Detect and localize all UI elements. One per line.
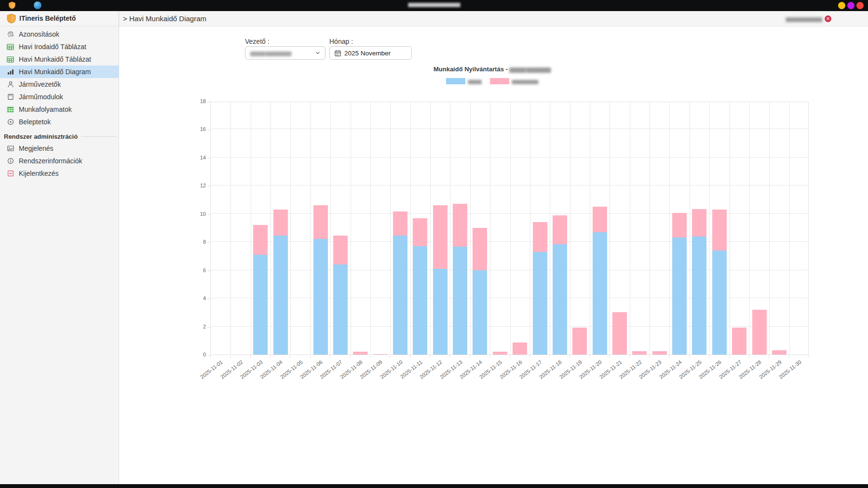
gridline [251,102,251,355]
x-axis-tick [230,356,231,358]
legend-item-series-1[interactable]: ▆▆▆▆ [446,78,481,84]
sidebar: Azonosítások Havi Irodaidő Táblázat Havi… [0,26,119,484]
x-axis-tick [570,356,570,358]
sidebar-item-label: Havi Munkaidő Diagram [19,68,91,76]
chart-title-text: Munkaidő Nyilvántartás - [434,66,508,73]
window-dot-yellow[interactable] [838,2,845,9]
sidebar-section-admin: Rendszer adminisztráció [4,133,119,140]
gridline [709,102,710,355]
gridline [390,102,391,355]
legend-item-series-2[interactable]: ▆▆▆▆▆▆▆▆ [490,78,538,84]
address-url-redacted: ▆▆▆▆▆▆▆▆▆▆▆▆▆▆▆▆ [0,1,868,7]
y-axis-tick [207,186,210,186]
gridline [450,102,450,355]
gridline [470,102,471,355]
window-dot-red[interactable] [856,2,864,9]
month-picker[interactable]: 2025 November [329,46,412,60]
fingerprint-icon [6,30,14,39]
bar-2025-11-20-series-2 [593,207,607,232]
gridline [749,102,750,355]
gridline [550,102,550,355]
bar-2025-11-04-series-2 [273,210,288,236]
month-field-label: Hónap : [329,38,353,45]
sidebar-item-kijelentkezes[interactable]: Kijelentkezés [0,167,119,180]
bar-2025-11-24-series-2 [672,213,687,237]
legend-swatch [490,78,509,84]
y-axis-tick [207,214,210,215]
manager-select-value-redacted: ▆▆▆▆ ▆▆▆▆▆▆▆ [250,51,291,56]
gridline [311,102,311,355]
bar-2025-11-12-series-2 [433,205,448,269]
sidebar-section-label: Rendszer adminisztráció [4,133,78,140]
bar-2025-11-04-series-1 [273,236,288,355]
y-axis-tick-label: 10 [177,211,206,217]
x-axis-tick [669,356,669,358]
calendar-icon [334,50,341,57]
bar-2025-11-26-series-2 [712,210,727,251]
y-axis-tick [207,299,210,299]
x-axis-tick [789,356,789,358]
sidebar-item-havi-irodaido-tablazat[interactable]: Havi Irodaidő Táblázat [0,40,119,53]
close-session-icon[interactable]: ✕ [825,15,831,22]
info-icon [6,157,14,165]
y-axis-tick-label: 2 [177,324,206,330]
bar-2025-11-24-series-1 [672,237,687,355]
table-filled-icon [6,106,14,114]
sidebar-item-rendszerinformaciok[interactable]: Rendszerinformációk [0,155,119,167]
x-axis-tick [769,356,769,358]
gridline [510,102,511,355]
x-axis-tick [449,356,450,358]
sidebar-item-munkafolyamatok[interactable]: Munkafolyamatok [0,103,119,116]
month-picker-value: 2025 November [344,50,391,57]
sidebar-item-label: Járműmodulok [19,93,63,101]
bar-2025-11-29-series-2 [772,350,787,355]
sidebar-item-havi-munkaido-diagram[interactable]: Havi Munkaidő Diagram [0,66,119,78]
manager-select[interactable]: ▆▆▆▆ ▆▆▆▆▆▆▆ [245,46,326,60]
sidebar-item-label: Kijelentkezés [19,170,59,177]
gridline [690,102,690,355]
sidebar-nav-admin: Megjelenés Rendszerinformációk Kijelentk… [0,142,119,180]
sidebar-item-label: Azonosítások [19,30,59,38]
x-axis-tick [689,356,690,358]
chevron-down-icon [315,50,321,56]
window-dot-magenta[interactable] [847,2,854,9]
gridline [231,102,231,355]
gridline [351,102,351,355]
y-axis-tick-label: 6 [177,267,206,273]
bar-2025-11-17-series-2 [533,222,547,251]
person-icon [6,80,14,89]
username-redacted: ▆▆▆▆▆▆▆▆▆▆ [786,16,822,22]
gridline [290,102,291,355]
y-axis-tick-label: 8 [177,239,206,245]
y-axis-tick-label: 16 [177,126,206,132]
x-axis-tick [589,356,590,358]
gridline [211,185,808,185]
x-axis-tick [370,356,370,358]
x-axis-tick [749,356,749,358]
sidebar-item-azonositasok[interactable]: Azonosítások [0,28,119,40]
app-header: ITineris Beléptető > Havi Munkaidő Diagr… [0,11,868,26]
bar-2025-11-09-series-2 [373,354,388,355]
gridline [530,102,530,355]
gridline [330,102,331,355]
app-logo-shield-icon [6,13,16,24]
gridline [370,102,371,355]
bar-2025-11-21-series-2 [612,312,627,355]
chart-legend: ▆▆▆▆▆▆▆▆▆▆▆▆ [169,78,815,84]
sidebar-item-jarmumodulok[interactable]: Járműmodulok [0,91,119,103]
bar-2025-11-14-series-1 [473,270,487,355]
gridline [630,102,630,355]
sidebar-item-beleptetok[interactable]: Beleptetok [0,116,119,128]
x-axis-tick [529,356,530,358]
y-axis-tick-label: 14 [177,155,206,160]
bar-2025-11-27-series-2 [732,328,746,355]
sidebar-item-megjelenes[interactable]: Megjelenés [0,142,119,155]
sidebar-item-label: Megjelenés [19,145,54,152]
app-title: ITineris Beléptető [19,11,76,26]
sidebar-item-havi-munkaido-tablazat[interactable]: Havi Munkaidő Táblázat [0,53,119,66]
x-axis-tick [410,356,410,358]
y-axis-tick-label: 0 [177,352,206,357]
sidebar-item-jarmuvezetok[interactable]: Járművezetők [0,78,119,91]
y-axis-tick-label: 12 [177,183,206,188]
x-axis-tick [470,356,470,358]
